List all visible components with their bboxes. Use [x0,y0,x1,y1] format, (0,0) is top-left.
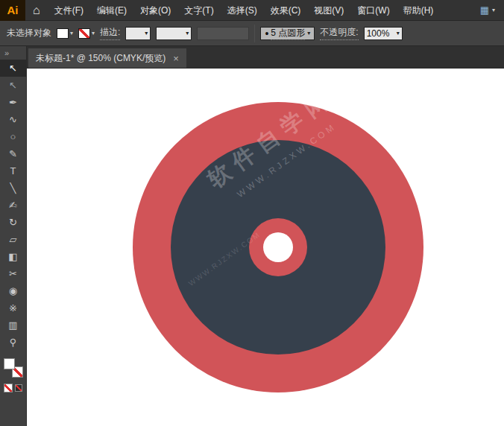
chevron-down-icon: ▾ [307,30,310,36]
fill-swatch[interactable] [57,28,69,39]
content-area: » ↖ ↖ ✒ ∿ ○ ✎ T ╲ ✍ ↻ ▱ ◧ ✂ ◉ ※ ▥ ⚲ 未标题-… [0,46,504,426]
tool-blend[interactable]: ◉ [0,282,27,299]
menu-help[interactable]: 帮助(H) [397,0,441,21]
shear-icon: ▱ [10,234,17,245]
inner-dark-circle[interactable] [171,140,385,355]
curvature-icon: ∿ [9,114,17,125]
tool-selection[interactable]: ↖ [0,60,27,77]
rotate-icon: ↻ [9,217,17,228]
column-graph-icon: ▥ [8,320,17,331]
artboard-canvas[interactable]: 软件自学网 WWW.RJZXW.COM WWW.RJZXW.COM [27,69,504,426]
tool-direct-selection[interactable]: ↖ [0,77,27,94]
stroke-none-swatch[interactable] [78,28,90,39]
chevron-down-icon: ▾ [492,7,495,13]
brush-name: 5 点圆形 [271,27,305,40]
brush-definition-combo[interactable]: • 5 点圆形 ▾ [260,27,315,40]
line-segment-icon: ╲ [10,182,16,194]
blend-icon: ◉ [9,285,17,296]
illustrator-logo: Ai [0,0,25,21]
tool-type[interactable]: T [0,162,27,179]
control-bar: 未选择对象 ▾ ▾ 描边: ▾ ▾ • 5 点圆形 ▾ 不透明度: 100% ▾ [0,21,504,46]
tool-pencil[interactable]: ✎ [0,145,27,162]
menu-effect[interactable]: 效果(C) [264,0,308,21]
paintbrush-icon: ✍ [9,200,17,211]
close-icon[interactable]: × [173,53,179,64]
tool-column-graph[interactable]: ▥ [0,317,27,334]
main-area: 未标题-1* @ 150% (CMYK/预览) × 软件自学网 WWW.RJZX… [27,46,504,426]
stroke-none-mini-swatch[interactable] [15,384,22,392]
tool-curvature[interactable]: ∿ [0,111,27,128]
menu-file[interactable]: 文件(F) [48,0,90,21]
menu-view[interactable]: 视图(V) [307,0,350,21]
workspace-switcher[interactable]: ▦ ▾ [471,4,504,16]
tool-shear[interactable]: ▱ [0,231,27,248]
chevron-down-icon: ▾ [145,30,148,36]
fill-color-control[interactable]: ▾ [57,28,73,39]
fill-stroke-indicator[interactable] [4,358,23,378]
tool-gradient[interactable]: ◧ [0,248,27,265]
selection-status: 未选择对象 [7,27,51,39]
tool-line-segment[interactable]: ╲ [0,179,27,197]
none-color-button[interactable] [4,384,13,392]
stroke-color-control[interactable]: ▾ [78,28,95,39]
opacity-combo[interactable]: 100% ▾ [364,27,403,40]
menu-edit[interactable]: 编辑(E) [90,0,133,21]
tool-scissors[interactable]: ✂ [0,265,27,282]
stroke-weight-combo[interactable]: ▾ [125,27,151,40]
ellipse-icon: ○ [10,131,16,142]
brush-preview-dot: • [265,28,268,39]
selection-arrow-icon: ↖ [9,63,17,74]
menu-object[interactable]: 对象(O) [133,0,177,21]
symbol-sprayer-icon: ※ [9,302,17,314]
document-tab-bar: 未标题-1* @ 150% (CMYK/预览) × [27,46,504,69]
center-white-hole[interactable] [263,232,293,262]
center-red-ring[interactable] [249,218,307,276]
tool-rotate[interactable]: ↻ [0,214,27,231]
document-tab[interactable]: 未标题-1* @ 150% (CMYK/预览) × [28,48,186,68]
tool-paintbrush[interactable]: ✍ [0,197,27,214]
tools-panel: » ↖ ↖ ✒ ∿ ○ ✎ T ╲ ✍ ↻ ▱ ◧ ✂ ◉ ※ ▥ ⚲ [0,46,27,426]
tool-ellipse[interactable]: ○ [0,128,27,145]
pen-icon: ✒ [9,97,17,108]
menu-window[interactable]: 窗口(W) [350,0,396,21]
tool-symbol-sprayer[interactable]: ※ [0,299,27,317]
home-icon[interactable]: ⌂ [25,4,48,17]
workspace-icon: ▦ [480,4,489,16]
chevron-down-icon: ▾ [186,30,189,36]
chevron-down-icon[interactable]: ▾ [92,30,95,36]
outer-red-circle[interactable] [133,102,423,392]
document-tab-title: 未标题-1* @ 150% (CMYK/预览) [36,52,166,65]
gradient-icon: ◧ [8,251,17,262]
stroke-style-combo[interactable]: ▾ [156,27,192,40]
chevron-down-icon[interactable]: ▾ [70,30,73,36]
color-mode-buttons [4,384,22,392]
direct-selection-arrow-icon: ↖ [9,80,17,91]
zoom-icon: ⚲ [10,337,17,348]
opacity-label[interactable]: 不透明度: [320,26,358,40]
type-icon: T [10,165,16,177]
width-profile-combo [197,27,249,40]
menu-select[interactable]: 选择(S) [221,0,264,21]
toolbar-collapse-chevron[interactable]: » [0,46,26,60]
menu-type[interactable]: 文字(T) [177,0,220,21]
tool-zoom[interactable]: ⚲ [0,334,27,351]
separator [254,25,255,42]
chevron-down-icon: ▾ [397,30,400,36]
stroke-weight-label[interactable]: 描边: [100,26,120,40]
fill-box-swatch[interactable] [4,358,15,369]
tool-pen[interactable]: ✒ [0,94,27,111]
pencil-icon: ✎ [9,148,17,159]
scissors-icon: ✂ [9,268,17,279]
opacity-value: 100% [367,28,390,39]
menu-bar: Ai ⌂ 文件(F) 编辑(E) 对象(O) 文字(T) 选择(S) 效果(C)… [0,0,504,21]
